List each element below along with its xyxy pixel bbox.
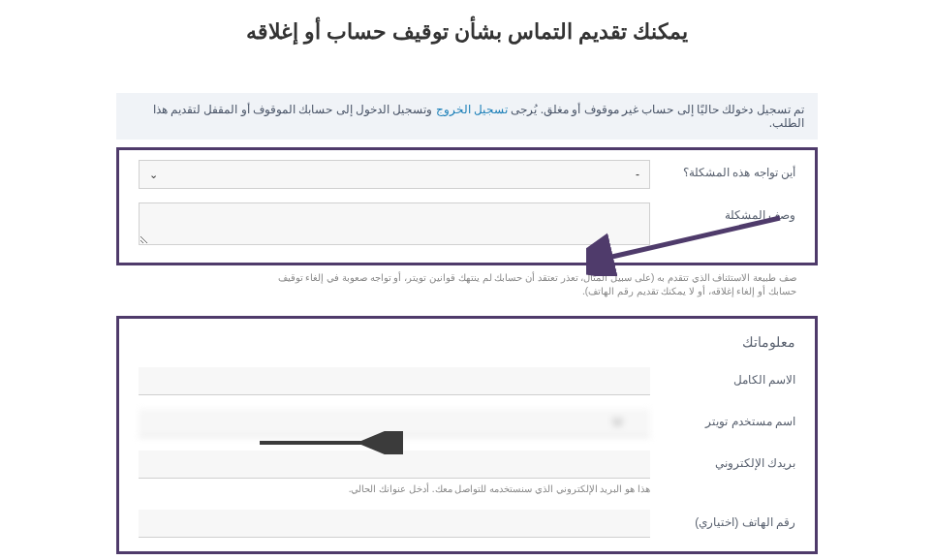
page-title: يمكنك تقديم التماس بشأن توقيف حساب أو إغ… (116, 19, 818, 45)
fullname-input[interactable] (139, 367, 650, 395)
email-hint: هذا هو البريد الإلكتروني الذي سنستخدمه ل… (139, 482, 650, 496)
email-input[interactable] (139, 451, 650, 479)
where-value: - (636, 168, 639, 181)
email-label: بريدك الإلكتروني (669, 451, 795, 470)
annotation-arrow-1 (586, 208, 790, 276)
phone-label: رقم الهاتف (اختياري) (669, 510, 795, 529)
username-label: اسم مستخدم تويتر (669, 409, 795, 428)
where-select[interactable]: - ⌄ (139, 160, 650, 189)
info-section: معلوماتك الاسم الكامل اسم مستخدم تويتر @… (116, 316, 818, 554)
fullname-label: الاسم الكامل (669, 367, 795, 387)
logout-link[interactable]: تسجيل الخروج (436, 103, 508, 116)
phone-input[interactable] (139, 510, 650, 538)
annotation-arrow-2 (250, 431, 415, 454)
description-textarea[interactable] (139, 202, 650, 245)
alert-prefix: تم تسجيل دخولك حاليًا إلى حساب غير موقوف… (508, 103, 804, 116)
info-title: معلوماتك (139, 334, 795, 350)
svg-line-0 (604, 218, 780, 259)
chevron-down-icon: ⌄ (149, 169, 158, 181)
where-label: أين تواجه هذه المشكلة؟ (669, 160, 795, 179)
login-alert: تم تسجيل دخولك حاليًا إلى حساب غير موقوف… (116, 93, 818, 140)
